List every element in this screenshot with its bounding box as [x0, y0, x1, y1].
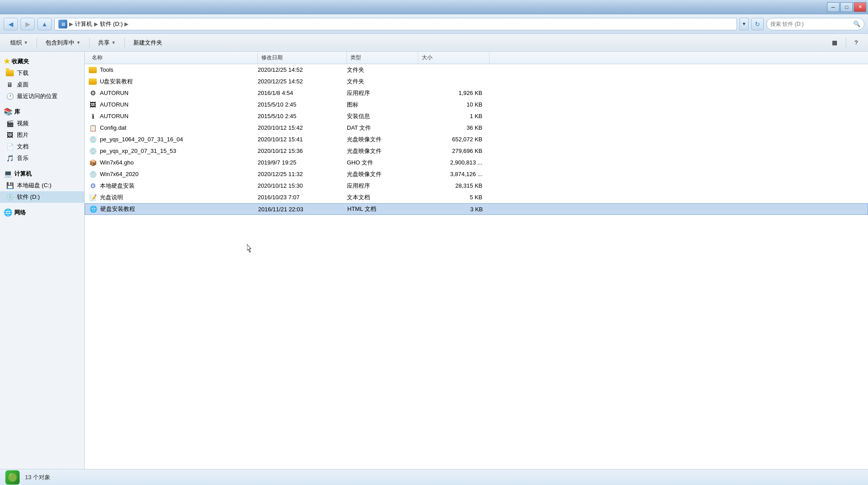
up-button[interactable]: ▲: [37, 18, 52, 30]
file-date-cell: 2015/5/10 2:45: [258, 113, 347, 119]
table-row[interactable]: 💿pe_yqs_1064_20_07_31_16_042020/10/12 15…: [85, 134, 868, 145]
file-name-cell: ⚙本地硬盘安装: [88, 181, 258, 190]
file-size-cell: 652,072 KB: [418, 136, 490, 143]
path-sep-3: ▶: [124, 21, 128, 27]
sidebar-item-desktop[interactable]: 🖥 桌面: [0, 79, 84, 90]
table-row[interactable]: 🖼AUTORUN2015/5/10 2:45图标10 KB: [85, 99, 868, 111]
sidebar-item-document[interactable]: 📄 文档: [0, 141, 84, 152]
statusbar: 🟢 13 个对象: [0, 469, 868, 485]
search-input[interactable]: [770, 21, 852, 27]
sidebar-item-disk-d[interactable]: 💿 软件 (D:): [0, 191, 84, 203]
file-name: AUTORUN: [100, 113, 128, 119]
disk-c-label: 本地磁盘 (C:): [17, 181, 51, 189]
table-row[interactable]: ⚙本地硬盘安装2020/10/12 15:30应用程序28,315 KB: [85, 180, 868, 192]
file-name-cell: 💿pe_yqs_1064_20_07_31_16_04: [88, 135, 258, 144]
sidebar-computer-header[interactable]: 💻 计算机: [0, 168, 84, 180]
desktop-icon: 🖥: [5, 80, 14, 89]
file-type-cell: 光盘映像文件: [347, 170, 418, 178]
view-button[interactable]: ▦: [827, 37, 842, 49]
file-name: Config.dat: [100, 124, 126, 131]
recent-label: 最近访问的位置: [17, 92, 58, 100]
file-type-icon: 💿: [88, 135, 97, 144]
file-name: Win7x64_2020: [100, 171, 139, 177]
file-date-cell: 2016/11/21 22:03: [258, 206, 347, 213]
forward-button[interactable]: ▶: [21, 18, 35, 30]
file-name: U盘安装教程: [100, 78, 133, 86]
table-row[interactable]: U盘安装教程2020/12/25 14:52文件夹: [85, 76, 868, 87]
main-area: ★ 收藏夹 下载 🖥 桌面 🕐 最近访问的位置 📚 库 🎬 视频 🖼 图片: [0, 52, 868, 469]
sidebar-item-video[interactable]: 🎬 视频: [0, 118, 84, 129]
col-header-name[interactable]: 名称: [88, 52, 258, 64]
new-folder-button[interactable]: 新建文件夹: [128, 37, 167, 49]
file-size-cell: 1 KB: [418, 113, 490, 119]
window-controls: ─ □ ✕: [827, 2, 866, 12]
video-icon: 🎬: [5, 119, 14, 128]
include-library-dropdown-arrow: ▼: [76, 40, 81, 45]
file-date-cell: 2016/1/8 4:54: [258, 90, 347, 96]
maximize-button[interactable]: □: [840, 2, 853, 12]
table-row[interactable]: 💿Win7x64_20202020/12/25 11:32光盘映像文件3,874…: [85, 169, 868, 180]
file-type-icon: 📋: [88, 123, 97, 132]
sidebar-item-download[interactable]: 下载: [0, 67, 84, 79]
file-type-cell: DAT 文件: [347, 124, 418, 132]
file-type-icon: 🌐: [89, 205, 98, 214]
address-path[interactable]: 🖥 ▶ 计算机 ▶ 软件 (D:) ▶: [54, 18, 737, 30]
address-dropdown[interactable]: ▼: [740, 18, 749, 30]
sidebar-item-recent[interactable]: 🕐 最近访问的位置: [0, 90, 84, 102]
share-dropdown-arrow: ▼: [111, 40, 116, 45]
network-icon: 🌐: [4, 208, 12, 217]
file-size-cell: 3,874,126 ...: [418, 171, 490, 177]
table-row[interactable]: 📦Win7x64.gho2019/9/7 19:25GHO 文件2,900,81…: [85, 157, 868, 169]
table-row[interactable]: 💿pe_yqs_xp_20_07_31_15_532020/10/12 15:3…: [85, 145, 868, 157]
picture-label: 图片: [17, 131, 29, 139]
table-row[interactable]: ⚙AUTORUN2016/1/8 4:54应用程序1,926 KB: [85, 87, 868, 99]
table-row[interactable]: ℹAUTORUN2015/5/10 2:45安装信息1 KB: [85, 111, 868, 122]
organize-label: 组织: [10, 39, 22, 47]
table-row[interactable]: Tools2020/12/25 14:52文件夹: [85, 64, 868, 76]
organize-button[interactable]: 组织 ▼: [5, 37, 33, 49]
file-date-cell: 2020/12/25 14:52: [258, 66, 347, 73]
titlebar: ─ □ ✕: [0, 0, 868, 14]
sidebar-library-header[interactable]: 📚 库: [0, 106, 84, 118]
table-row[interactable]: 📝光盘说明2016/10/23 7:07文本文档5 KB: [85, 192, 868, 203]
toolbar: 组织 ▼ 包含到库中 ▼ 共享 ▼ 新建文件夹 ▦ ?: [0, 34, 868, 52]
search-box[interactable]: 🔍: [766, 18, 864, 30]
sidebar-network-header[interactable]: 🌐 网络: [0, 206, 84, 218]
sidebar-favorites-header[interactable]: ★ 收藏夹: [0, 55, 84, 67]
sidebar-item-music[interactable]: 🎵 音乐: [0, 152, 84, 164]
computer-icon: 💻: [4, 169, 12, 178]
table-row[interactable]: 📋Config.dat2020/10/12 15:42DAT 文件36 KB: [85, 122, 868, 134]
video-label: 视频: [17, 119, 29, 127]
file-type-cell: 文件夹: [347, 66, 418, 74]
sidebar-item-disk-c[interactable]: 💾 本地磁盘 (C:): [0, 180, 84, 191]
share-button[interactable]: 共享 ▼: [93, 37, 121, 49]
col-header-size[interactable]: 大小: [418, 52, 490, 64]
help-button[interactable]: ?: [850, 37, 863, 49]
share-label: 共享: [98, 39, 110, 47]
refresh-button[interactable]: ↻: [751, 18, 764, 30]
file-type-icon: 💿: [88, 170, 97, 179]
sidebar-item-picture[interactable]: 🖼 图片: [0, 129, 84, 141]
document-label: 文档: [17, 143, 29, 151]
file-type-icon: 💿: [88, 147, 97, 156]
file-type-icon: ⚙: [88, 181, 97, 190]
col-header-date[interactable]: 修改日期: [258, 52, 347, 64]
file-type-cell: GHO 文件: [347, 159, 418, 167]
file-date-cell: 2020/10/12 15:42: [258, 124, 347, 131]
path-drive: 软件 (D:): [100, 20, 123, 28]
computer-label: 计算机: [14, 170, 32, 178]
desktop-label: 桌面: [17, 81, 29, 89]
file-type-icon: ⚙: [88, 89, 97, 98]
file-date-cell: 2020/10/12 15:30: [258, 182, 347, 189]
table-row[interactable]: 🌐硬盘安装教程2016/11/21 22:03HTML 文档3 KB: [85, 203, 868, 215]
file-size-cell: 28,315 KB: [418, 182, 490, 189]
app-logo: 🟢: [5, 470, 20, 485]
col-header-type[interactable]: 类型: [347, 52, 418, 64]
file-size-cell: 2,900,813 ...: [418, 159, 490, 166]
file-name: AUTORUN: [100, 90, 128, 96]
include-library-button[interactable]: 包含到库中 ▼: [41, 37, 86, 49]
minimize-button[interactable]: ─: [827, 2, 839, 12]
close-button[interactable]: ✕: [854, 2, 866, 12]
back-button[interactable]: ◀: [4, 18, 18, 30]
toolbar-sep-3: [124, 37, 125, 48]
